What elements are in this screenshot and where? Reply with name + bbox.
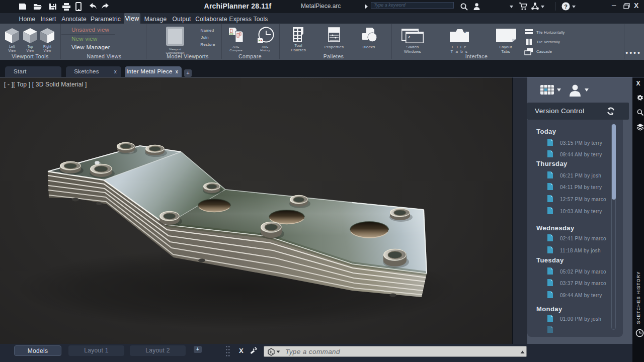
svg-text:x: x — [463, 29, 466, 34]
svg-text:?: ? — [564, 4, 568, 10]
svg-text:↗: ↗ — [420, 29, 422, 32]
svg-text:↗: ↗ — [408, 36, 411, 39]
